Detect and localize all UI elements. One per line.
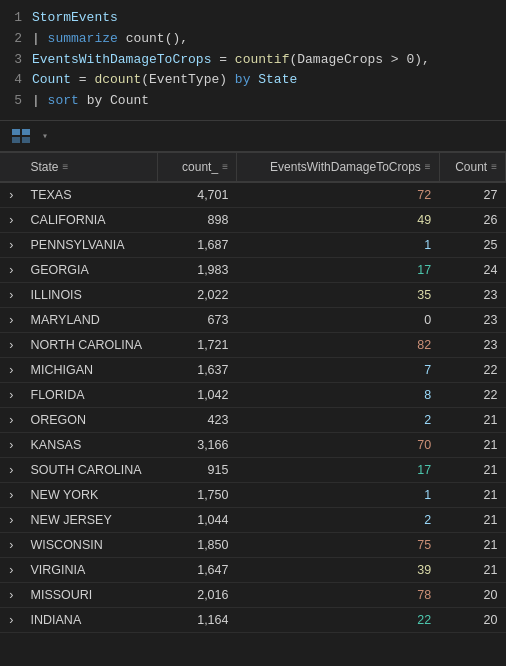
code-token: (DamageCrops > 0), — [289, 52, 429, 67]
cell-countval: 20 — [439, 582, 505, 607]
cell-countval: 23 — [439, 282, 505, 307]
table-dropdown-icon[interactable]: ▾ — [42, 130, 48, 142]
row-expand-icon[interactable]: › — [0, 582, 23, 607]
filter-icon-countval[interactable]: ≡ — [491, 161, 497, 172]
table-row[interactable]: ›KANSAS3,1667021 — [0, 432, 506, 457]
table-row[interactable]: ›NEW YORK1,750121 — [0, 482, 506, 507]
cell-countval: 21 — [439, 557, 505, 582]
cell-count: 1,647 — [158, 557, 237, 582]
cell-count: 1,042 — [158, 382, 237, 407]
table-row[interactable]: ›MICHIGAN1,637722 — [0, 357, 506, 382]
cell-count: 1,721 — [158, 332, 237, 357]
cell-count: 915 — [158, 457, 237, 482]
cell-countval: 26 — [439, 207, 505, 232]
table-row[interactable]: ›FLORIDA1,042822 — [0, 382, 506, 407]
row-expand-icon[interactable]: › — [0, 182, 23, 208]
table-row[interactable]: ›PENNSYLVANIA1,687125 — [0, 232, 506, 257]
cell-events: 1 — [236, 232, 439, 257]
cell-countval: 24 — [439, 257, 505, 282]
cell-events: 7 — [236, 357, 439, 382]
table-row[interactable]: ›MARYLAND673023 — [0, 307, 506, 332]
table-row[interactable]: ›NORTH CAROLINA1,7218223 — [0, 332, 506, 357]
table-row[interactable]: ›CALIFORNIA8984926 — [0, 207, 506, 232]
row-expand-icon[interactable]: › — [0, 407, 23, 432]
svg-rect-1 — [22, 129, 30, 135]
code-token: summarize — [48, 31, 118, 46]
cell-state: GEORGIA — [23, 257, 158, 282]
cell-count: 1,687 — [158, 232, 237, 257]
th-events[interactable]: EventsWithDamageToCrops ≡ — [236, 152, 439, 182]
table-grid-icon — [12, 129, 30, 143]
cell-state: KANSAS — [23, 432, 158, 457]
cell-count: 2,022 — [158, 282, 237, 307]
filter-icon-count[interactable]: ≡ — [222, 161, 228, 172]
row-expand-icon[interactable]: › — [0, 207, 23, 232]
table-row[interactable]: ›ILLINOIS2,0223523 — [0, 282, 506, 307]
cell-countval: 25 — [439, 232, 505, 257]
th-state[interactable]: State ≡ — [23, 152, 158, 182]
code-line: 3 EventsWithDamageToCrops = countif(Dama… — [0, 50, 506, 71]
cell-events: 35 — [236, 282, 439, 307]
code-editor: 1StormEvents2| summarize count(),3 Event… — [0, 0, 506, 121]
code-line-content: | sort by Count — [32, 91, 506, 112]
row-expand-icon[interactable]: › — [0, 557, 23, 582]
row-expand-icon[interactable]: › — [0, 357, 23, 382]
row-expand-icon[interactable]: › — [0, 507, 23, 532]
row-expand-icon[interactable]: › — [0, 257, 23, 282]
cell-state: SOUTH CAROLINA — [23, 457, 158, 482]
row-expand-icon[interactable]: › — [0, 282, 23, 307]
table-row[interactable]: ›INDIANA1,1642220 — [0, 607, 506, 632]
table-body: ›TEXAS4,7017227›CALIFORNIA8984926›PENNSY… — [0, 182, 506, 633]
code-token: dcount — [94, 72, 141, 87]
row-expand-icon[interactable]: › — [0, 232, 23, 257]
cell-events: 2 — [236, 407, 439, 432]
cell-events: 22 — [236, 607, 439, 632]
svg-rect-0 — [12, 129, 20, 135]
table-row[interactable]: ›WISCONSIN1,8507521 — [0, 532, 506, 557]
code-line-content: EventsWithDamageToCrops = countif(Damage… — [32, 50, 506, 71]
th-count[interactable]: count_ ≡ — [158, 152, 237, 182]
cell-countval: 20 — [439, 607, 505, 632]
filter-icon-events[interactable]: ≡ — [425, 161, 431, 172]
cell-countval: 21 — [439, 407, 505, 432]
table-row[interactable]: ›NEW JERSEY1,044221 — [0, 507, 506, 532]
cell-events: 0 — [236, 307, 439, 332]
filter-icon-state[interactable]: ≡ — [63, 161, 69, 172]
cell-state: NEW YORK — [23, 482, 158, 507]
cell-count: 4,701 — [158, 182, 237, 208]
table-row[interactable]: ›GEORGIA1,9831724 — [0, 257, 506, 282]
cell-countval: 21 — [439, 507, 505, 532]
table-row[interactable]: ›MISSOURI2,0167820 — [0, 582, 506, 607]
table-row[interactable]: ›OREGON423221 — [0, 407, 506, 432]
cell-events: 17 — [236, 457, 439, 482]
code-line-content: StormEvents — [32, 8, 506, 29]
cell-events: 75 — [236, 532, 439, 557]
row-expand-icon[interactable]: › — [0, 432, 23, 457]
table-section: ▾ State ≡ count_ ≡ EventsWithDamageToCro… — [0, 121, 506, 633]
row-expand-icon[interactable]: › — [0, 457, 23, 482]
cell-countval: 21 — [439, 532, 505, 557]
row-expand-icon[interactable]: › — [0, 607, 23, 632]
row-expand-icon[interactable]: › — [0, 482, 23, 507]
table-row[interactable]: ›TEXAS4,7017227 — [0, 182, 506, 208]
table-row[interactable]: ›VIRGINIA1,6473921 — [0, 557, 506, 582]
cell-events: 72 — [236, 182, 439, 208]
code-token: = — [71, 72, 94, 87]
th-countval[interactable]: Count ≡ — [439, 152, 505, 182]
cell-countval: 21 — [439, 432, 505, 457]
line-number: 2 — [0, 29, 32, 50]
row-expand-icon[interactable]: › — [0, 382, 23, 407]
row-expand-icon[interactable]: › — [0, 307, 23, 332]
cell-state: MICHIGAN — [23, 357, 158, 382]
row-expand-icon[interactable]: › — [0, 332, 23, 357]
svg-rect-3 — [22, 137, 30, 143]
cell-countval: 23 — [439, 332, 505, 357]
line-number: 1 — [0, 8, 32, 29]
cell-countval: 23 — [439, 307, 505, 332]
table-header-row: State ≡ count_ ≡ EventsWithDamageToCrops… — [0, 152, 506, 182]
row-expand-icon[interactable]: › — [0, 532, 23, 557]
cell-state: OREGON — [23, 407, 158, 432]
table-row[interactable]: ›SOUTH CAROLINA9151721 — [0, 457, 506, 482]
cell-countval: 21 — [439, 457, 505, 482]
cell-events: 49 — [236, 207, 439, 232]
